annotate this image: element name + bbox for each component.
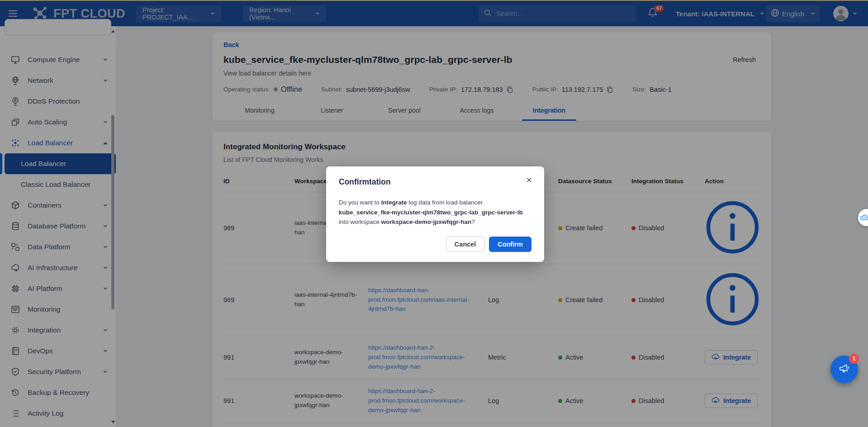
announcement-count-badge: 1 xyxy=(849,354,859,364)
dialog-title: Confirmtation xyxy=(339,177,531,187)
dialog-body: Do you want to Integrate log data from l… xyxy=(339,198,531,227)
megaphone-icon xyxy=(838,362,851,377)
confirm-button[interactable]: Confirm xyxy=(489,237,531,252)
cloud-icon xyxy=(860,214,868,221)
cancel-button[interactable]: Cancel xyxy=(446,237,485,252)
close-icon[interactable]: ✕ xyxy=(526,176,532,184)
announcements-button[interactable]: 1 xyxy=(830,356,858,383)
confirmation-dialog: Confirmtation ✕ Do you want to Integrate… xyxy=(326,166,544,262)
